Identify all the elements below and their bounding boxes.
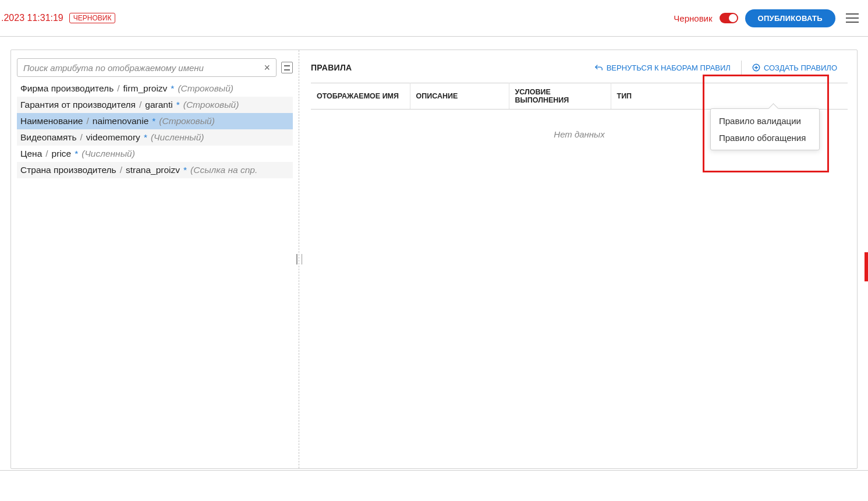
required-star: *	[171, 83, 174, 94]
plus-circle-icon	[752, 63, 760, 72]
separator: /	[139, 100, 141, 110]
create-label: СОЗДАТЬ ПРАВИЛО	[764, 63, 837, 72]
topbar-left: .2023 11:31:19 ЧЕРНОВИК	[0, 13, 115, 23]
attr-type: (Ссылка на спр.	[190, 165, 257, 175]
main: × Фирма производитель/firm_proizv*(Строк…	[0, 37, 868, 479]
attr-display: Страна производитель	[20, 165, 116, 175]
attr-code: videomemory	[86, 132, 140, 143]
publish-button[interactable]: ОПУБЛИКОВАТЬ	[745, 9, 835, 27]
attr-display: Цена	[20, 149, 42, 159]
search-input[interactable]	[23, 63, 261, 73]
attr-type: (Строковый)	[183, 100, 239, 110]
attr-type: (Численный)	[82, 149, 135, 159]
required-star: *	[176, 100, 180, 110]
required-star: *	[183, 165, 187, 175]
attribute-row[interactable]: Цена/price*(Численный)	[17, 146, 293, 162]
attr-code: naimenovanie	[93, 116, 149, 126]
attr-display: Фирма производитель	[20, 83, 114, 94]
attr-display: Наименование	[20, 116, 83, 126]
dropdown-item-enrichment[interactable]: Правило обогащения	[711, 129, 819, 146]
search-row: ×	[17, 58, 293, 77]
draft-badge: ЧЕРНОВИК	[69, 13, 116, 23]
col-condition[interactable]: УСЛОВИЕ ВЫПОЛНЕНИЯ	[509, 83, 611, 110]
back-to-rulesets-button[interactable]: ВЕРНУТЬСЯ К НАБОРАМ ПРАВИЛ	[584, 61, 741, 75]
separator: /	[86, 116, 88, 126]
table-header-row: ОТОБРАЖАЕМОЕ ИМЯ ОПИСАНИЕ УСЛОВИЕ ВЫПОЛН…	[311, 83, 848, 110]
attr-code: firm_proizv	[123, 83, 168, 94]
attribute-list: Фирма производитель/firm_proizv*(Строков…	[17, 80, 293, 178]
topbar: .2023 11:31:19 ЧЕРНОВИК Черновик ОПУБЛИК…	[0, 0, 868, 36]
footer-divider	[0, 470, 868, 471]
attr-type: (Строковый)	[178, 83, 233, 94]
attribute-row[interactable]: Видеопамять/videomemory*(Численный)	[17, 129, 293, 146]
attributes-pane: × Фирма производитель/firm_proizv*(Строк…	[11, 50, 299, 468]
separator: /	[80, 132, 83, 143]
dropdown-item-validation[interactable]: Правило валидации	[711, 112, 819, 129]
attr-code: price	[52, 149, 72, 159]
timestamp: .2023 11:31:19	[1, 13, 63, 23]
topbar-right: Черновик ОПУБЛИКОВАТЬ	[674, 9, 862, 27]
create-rule-button[interactable]: СОЗДАТЬ ПРАВИЛО	[742, 61, 848, 75]
rules-table: ОТОБРАЖАЕМОЕ ИМЯ ОПИСАНИЕ УСЛОВИЕ ВЫПОЛН…	[311, 83, 848, 110]
menu-icon[interactable]	[846, 13, 859, 23]
transfer-icon[interactable]	[281, 62, 293, 73]
create-rule-dropdown: Правило валидации Правило обогащения	[710, 108, 820, 150]
attribute-row[interactable]: Страна производитель/strana_proizv*(Ссыл…	[17, 162, 293, 178]
attr-code: strana_proizv	[126, 165, 180, 175]
col-display-name[interactable]: ОТОБРАЖАЕМОЕ ИМЯ	[311, 83, 410, 110]
rules-actions: ВЕРНУТЬСЯ К НАБОРАМ ПРАВИЛ СОЗДАТЬ ПРАВИ…	[584, 61, 848, 75]
rules-title: ПРАВИЛА	[311, 63, 352, 72]
draft-toggle[interactable]	[720, 13, 738, 23]
col-type[interactable]: ТИП	[611, 83, 848, 110]
attribute-row[interactable]: Наименование/naimenovanie*(Строковый)	[17, 113, 293, 129]
scrollbar-hint	[865, 252, 868, 281]
back-label: ВЕРНУТЬСЯ К НАБОРАМ ПРАВИЛ	[607, 63, 731, 72]
separator: /	[120, 165, 122, 175]
undo-icon	[595, 63, 603, 72]
required-star: *	[152, 116, 155, 126]
search-box: ×	[17, 58, 277, 77]
separator: /	[45, 149, 48, 159]
attr-type: (Численный)	[151, 132, 204, 143]
attribute-row[interactable]: Фирма производитель/firm_proizv*(Строков…	[17, 80, 293, 97]
required-star: *	[144, 132, 147, 143]
required-star: *	[75, 149, 78, 159]
attr-type: (Строковый)	[159, 116, 215, 126]
draft-label: Черновик	[674, 13, 712, 23]
attribute-row[interactable]: Гарантия от производителя/garanti*(Строк…	[17, 97, 293, 113]
attr-display: Гарантия от производителя	[20, 100, 136, 110]
clear-icon[interactable]: ×	[261, 62, 272, 74]
attr-display: Видеопамять	[20, 132, 77, 143]
col-description[interactable]: ОПИСАНИЕ	[410, 83, 509, 110]
separator: /	[117, 83, 119, 94]
attr-code: garanti	[145, 100, 172, 110]
rules-header: ПРАВИЛА ВЕРНУТЬСЯ К НАБОРАМ ПРАВИЛ	[311, 61, 848, 75]
